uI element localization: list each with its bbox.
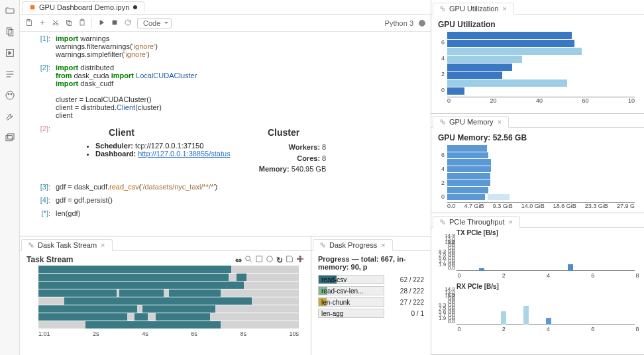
tabs-icon[interactable] [5,132,15,144]
close-icon[interactable]: × [101,241,105,249]
gpu-mem-tab[interactable]: GPU Memory× [433,116,509,128]
gpu-mem-chart[interactable]: 02460.04.7 GiB9.3 GiB14.0 GiB18.6 GiB23.… [438,145,637,210]
progress-row: len-chunk27 / 222 [318,297,424,307]
notebook-toolbar: Code Python 3 [20,15,431,32]
link-icon [440,119,445,125]
activity-bar [0,0,20,355]
running-icon[interactable] [5,48,15,60]
chart-title: GPU Memory: 52.56 GB [438,133,637,142]
svg-point-21 [267,256,273,262]
restart-button[interactable] [124,19,132,28]
run-button[interactable] [97,19,105,28]
svg-rect-0 [7,28,11,34]
cell-prompt: [2]: [25,64,56,119]
gpu-util-chart[interactable]: 0246020406010 [438,32,637,105]
chart-title: TX PCIe [B/s] [456,229,637,236]
notebook-body[interactable]: [1]:import warningswarnings.filterwarnin… [20,32,431,236]
svg-point-19 [246,256,250,261]
cell-prompt: [1]: [25,34,56,58]
bokeh-tools: ⇔ ↻ [235,255,304,265]
notebook-tabbar: GPU Dashboard Demo.ipyn [20,0,431,15]
chart-title: RX PCIe [B/s] [456,283,637,290]
task-stream-chart[interactable]: 1:012s4s6s8s10s [27,266,304,340]
pcie-tx-chart[interactable]: 0.01.9 GB3.7 GB5.6 GB7.5 GB9.3 GB11.2 GB… [438,238,637,279]
svg-point-4 [8,93,9,95]
svg-rect-9 [28,19,30,21]
notebook-tab[interactable]: GPU Dashboard Demo.ipyn [23,1,144,13]
cell-prompt: [4]: [25,196,56,204]
save-button[interactable] [25,19,33,28]
bottom-panels: Dask Task Stream× Task Stream ⇔ ↻ 1:012s… [20,236,431,355]
cell-prompt: [*]: [25,209,56,217]
dashboard-link[interactable]: http://127.0.0.1:38855/status [138,150,230,158]
pcie-tab[interactable]: PCIe Throughput× [433,216,520,228]
notebook-icon [30,5,35,10]
close-icon[interactable]: × [498,118,502,126]
main-area: GPU Dashboard Demo.ipyn Code Python 3 [1… [20,0,431,355]
progress-tab[interactable]: Dask Progress× [313,239,393,251]
svg-point-26 [299,260,301,262]
progress-panel: Dask Progress× Progress — total: 667, in… [311,236,431,355]
code-cell[interactable]: import distributedfrom dask_cuda import … [56,64,425,119]
svg-rect-13 [68,21,72,25]
svg-rect-8 [30,5,34,9]
save-icon[interactable] [286,255,294,265]
kernel-name[interactable]: Python 3 [385,19,413,27]
code-cell[interactable]: len(gdf) [56,209,425,217]
svg-point-3 [6,91,14,99]
cell-prompt: [3]: [25,183,56,191]
pan-icon[interactable]: ⇔ [235,256,242,265]
add-cell-button[interactable] [38,19,46,28]
bokeh-logo-icon[interactable] [296,255,304,265]
toc-icon[interactable] [5,69,15,81]
progress-row: read-csv62 / 222 [318,275,424,284]
gpu-mem-panel: GPU Memory× GPU Memory: 52.56 GB 02460.0… [431,114,644,213]
svg-point-5 [11,93,12,95]
link-icon [440,219,445,225]
gpu-util-panel: GPU Utilization× GPU Utilization 0246020… [431,0,644,114]
gpu-util-tab[interactable]: GPU Utilization× [433,3,514,15]
chart-title: Task Stream [27,255,73,264]
code-cell[interactable]: gdf = gdf.persist() [56,196,425,204]
files-icon[interactable] [5,26,15,38]
client-output: Client Scheduler: tcp://127.0.0.1:37150 … [56,125,425,178]
kernel-status-icon[interactable] [419,20,425,26]
folder-icon[interactable] [5,5,15,17]
task-stream-tab[interactable]: Dask Task Stream× [21,239,113,251]
close-icon[interactable]: × [381,241,385,249]
link-icon [28,242,34,248]
zoom-icon[interactable] [244,255,252,265]
reset-icon[interactable]: ↻ [276,256,283,265]
close-icon[interactable]: × [503,5,507,13]
link-icon [320,242,325,248]
task-stream-panel: Dask Task Stream× Task Stream ⇔ ↻ 1:012s… [20,236,311,355]
cut-button[interactable] [52,19,60,28]
paste-button[interactable] [78,19,86,28]
svg-rect-16 [113,21,117,25]
wrench-icon[interactable] [5,111,15,123]
palette-icon[interactable] [5,90,15,102]
code-cell[interactable]: import warningswarnings.filterwarnings('… [56,34,425,58]
stop-button[interactable] [111,19,119,28]
output-prompt: [2]: [25,125,56,178]
code-cell[interactable]: gdf = dask_cudf.read_csv('/datasets/nyc_… [56,183,425,191]
pcie-rx-chart[interactable]: 0.01.9 GB3.7 GB5.6 GB7.5 GB9.3 GB11.2 GB… [438,291,637,332]
progress-rows: read-csv62 / 222read-csv-len...28 / 222l… [318,275,424,318]
svg-point-22 [299,258,301,260]
link-icon [440,6,445,11]
svg-rect-6 [6,136,12,141]
progress-row: read-csv-len...28 / 222 [318,286,424,295]
cell-type-select[interactable]: Code [137,18,172,28]
svg-rect-12 [67,20,70,24]
svg-rect-7 [7,134,13,139]
copy-button[interactable] [65,19,73,28]
svg-rect-20 [256,256,262,262]
svg-point-25 [299,256,301,258]
pcie-panel: PCIe Throughput× TX PCIe [B/s] 0.01.9 GB… [431,213,644,355]
close-icon[interactable]: × [509,218,513,226]
svg-point-24 [301,258,303,260]
dirty-indicator-icon [133,5,137,9]
box-zoom-icon[interactable] [255,255,263,265]
progress-row: len-agg0 / 1 [318,309,424,318]
wheel-zoom-icon[interactable] [266,255,274,265]
